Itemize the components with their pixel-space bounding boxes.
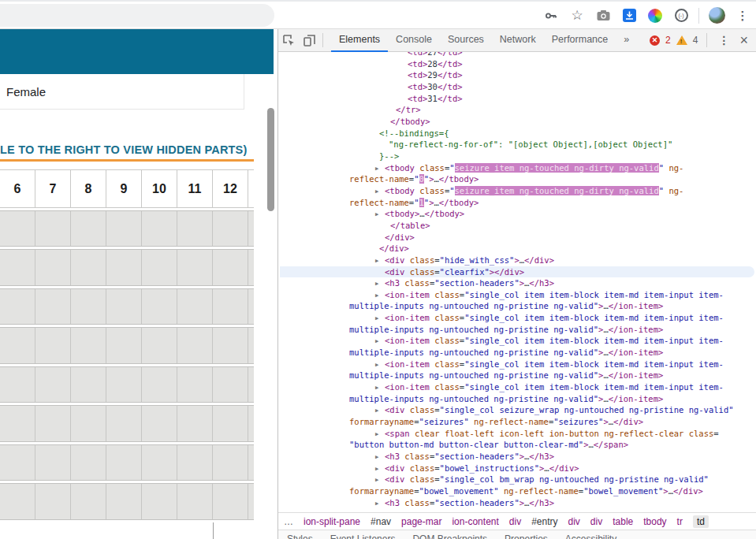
dom-tree-line[interactable]: ▶<div class="single_col bm_wrap ng-untou… (385, 474, 709, 485)
dom-tree-line[interactable]: ▶<div class="single_col seizure_wrap ng-… (385, 404, 734, 416)
dom-tree-line[interactable]: multiple-inputs ng-untouched ng-pristine… (349, 300, 663, 312)
breadcrumb-item[interactable]: tr (677, 516, 683, 527)
dom-tree-line[interactable]: "button button-md button-clear button-cl… (349, 439, 628, 451)
expand-arrow-icon[interactable]: ▶ (375, 382, 378, 394)
dom-tree-line[interactable]: ▶<ion-item class="single_col item item-b… (385, 359, 724, 370)
sidebar-tab-accessibility[interactable]: Accessibility (565, 533, 616, 539)
dom-tree-line[interactable]: ▶<span clear float-left icon-left ion-bu… (385, 428, 719, 440)
sidebar-tab-properties[interactable]: Properties (505, 533, 548, 539)
dom-tree-line[interactable]: formarrayname="bowel_movement" ng-reflec… (349, 485, 703, 497)
breadcrumb-item[interactable]: td (693, 515, 709, 528)
browser-menu-icon[interactable]: ⋮ (734, 7, 751, 24)
expand-arrow-icon[interactable]: ▶ (375, 163, 378, 175)
expand-arrow-icon[interactable]: ▶ (375, 463, 378, 475)
dom-tree-line[interactable]: ▶<div class="bowel_instructions">…</div> (385, 463, 579, 474)
dom-tree-line[interactable]: </tbody> (390, 116, 430, 128)
dom-tree-line[interactable]: ▶<tbody class="seizure_item ng-touched n… (385, 162, 683, 174)
calendar-row[interactable] (0, 288, 254, 325)
expand-arrow-icon[interactable]: ▶ (375, 498, 378, 510)
dom-tree-line[interactable]: ▶<h3 class="section-headers">…</h3> (385, 277, 554, 289)
expand-arrow-icon[interactable]: ▶ (375, 336, 378, 348)
devtools-tab-elements[interactable]: Elements (331, 29, 388, 52)
breadcrumb-item[interactable]: div (509, 516, 521, 527)
breadcrumb-item[interactable]: table (613, 516, 633, 527)
dom-tree-line[interactable]: <td>29</td> (408, 69, 463, 81)
dom-tree-line[interactable]: }--> (379, 151, 399, 162)
dom-tree-line[interactable]: </table> (390, 220, 430, 232)
calendar-row[interactable] (0, 444, 254, 481)
calendar-row[interactable] (0, 366, 254, 403)
error-icon[interactable]: ✕ (650, 35, 660, 46)
breadcrumb-item[interactable]: … (284, 516, 293, 527)
breadcrumb-item[interactable]: tbody (643, 516, 666, 527)
device-toolbar-icon[interactable] (299, 30, 319, 50)
expand-arrow-icon[interactable]: ▶ (375, 452, 378, 463)
dom-tree-line[interactable]: ▶<ion-item class="single_col item item-b… (385, 289, 724, 301)
dom-tree-line[interactable]: multiple-inputs ng-untouched ng-pristine… (349, 370, 663, 381)
dom-tree-line[interactable]: reflect-name="0">…</tbody> (349, 173, 479, 185)
dom-tree-line[interactable]: ▶<ion-item class="single_col item item-b… (385, 312, 724, 324)
key-icon[interactable] (542, 7, 560, 24)
expand-arrow-icon[interactable]: ▶ (375, 209, 378, 221)
address-bar[interactable] (0, 4, 274, 27)
breadcrumb-item[interactable]: ion-split-pane (304, 516, 360, 527)
devtools-tab-performance[interactable]: Performance (544, 29, 616, 52)
dom-tree-line[interactable]: multiple-inputs ng-untouched ng-pristine… (349, 393, 663, 405)
calendar-row[interactable] (0, 483, 254, 519)
devtools-tab-console[interactable]: Console (388, 29, 440, 52)
download-icon[interactable] (620, 7, 638, 24)
dom-tree-line[interactable]: <td>28</td> (408, 58, 463, 70)
expand-arrow-icon[interactable]: ▶ (375, 429, 378, 440)
dom-tree-line[interactable]: multiple-inputs ng-untouched ng-pristine… (349, 324, 663, 336)
close-icon[interactable]: × (737, 32, 750, 49)
breadcrumb-item[interactable]: div (590, 516, 602, 527)
dom-tree-line[interactable]: ▶<tbody>…</tbody> (385, 208, 464, 220)
dom-tree-line[interactable]: ▶<tbody class="seizure_item ng-touched n… (385, 185, 683, 197)
dom-tree-line[interactable]: ▶<h3 class="section-headers">…</h3> (385, 451, 554, 463)
expand-arrow-icon[interactable]: ▶ (375, 474, 378, 486)
color-wheel-icon[interactable] (646, 7, 664, 24)
dom-tree-line[interactable]: ▶<ion-item class="single_col item item-b… (385, 381, 724, 393)
devtools-tab-network[interactable]: Network (492, 29, 544, 52)
breadcrumb-item[interactable]: #entry (531, 516, 557, 527)
monocle-icon[interactable]: (-) (672, 7, 690, 24)
dom-tree-line[interactable]: </div> (385, 232, 415, 243)
breadcrumb-item[interactable]: div (568, 516, 580, 527)
warning-count[interactable]: 4 (693, 35, 698, 46)
dom-tree-line[interactable]: ▶<div class="hide_with_css">…</div> (385, 255, 554, 266)
devtools-tab-sources[interactable]: Sources (440, 29, 492, 52)
breadcrumb-item[interactable]: #nav (371, 516, 391, 527)
expand-arrow-icon[interactable]: ▶ (375, 186, 378, 198)
bookmark-star-icon[interactable]: ☆ (568, 7, 586, 24)
inspect-icon[interactable] (278, 30, 299, 50)
warning-icon[interactable]: ! (676, 35, 687, 45)
expand-arrow-icon[interactable]: ▶ (375, 405, 378, 417)
dom-tree-line[interactable]: ▶<ion-item class="single_col item item-b… (385, 335, 724, 347)
breadcrumb-item[interactable]: page-mar (401, 516, 441, 527)
error-count[interactable]: 2 (665, 35, 671, 46)
devtools-tab-[interactable]: » (616, 29, 637, 52)
profile-avatar[interactable] (708, 7, 725, 24)
dom-tree-line[interactable]: <td>30</td> (408, 81, 463, 93)
dom-tree-line[interactable]: ▶<h3 class="section-headers">…</h3> (385, 497, 554, 509)
expand-arrow-icon[interactable]: ▶ (375, 313, 378, 325)
expand-arrow-icon[interactable]: ▶ (375, 255, 378, 267)
dom-tree-line[interactable]: multiple-inputs ng-untouched ng-pristine… (349, 347, 663, 359)
sidebar-tab-dom-breakpoints[interactable]: DOM Breakpoints (412, 533, 487, 539)
dom-tree-line[interactable]: reflect-name="1">…</tbody> (349, 197, 479, 209)
sidebar-tab-event-listeners[interactable]: Event Listeners (330, 533, 396, 539)
dom-tree-line[interactable]: <div class="clearfix"></div> (385, 266, 524, 278)
devtools-menu-icon[interactable]: ⋮ (716, 34, 732, 46)
dom-tree-line[interactable]: <td>27</td> (408, 52, 463, 58)
expand-arrow-icon[interactable]: ▶ (375, 278, 378, 290)
sidebar-tab-styles[interactable]: Styles (287, 533, 313, 539)
breadcrumb-item[interactable]: ion-content (452, 516, 498, 527)
dom-tree-line[interactable]: formarrayname="seizures" ng-reflect-name… (349, 416, 643, 428)
page-scrollbar-thumb[interactable] (267, 108, 274, 211)
calendar-row[interactable] (0, 210, 254, 247)
dom-tree-line[interactable]: <td>31</td> (408, 93, 463, 105)
calendar-row[interactable] (0, 249, 254, 285)
calendar-row[interactable] (0, 405, 254, 441)
calendar-row[interactable] (0, 327, 254, 363)
expand-arrow-icon[interactable]: ▶ (375, 290, 378, 302)
